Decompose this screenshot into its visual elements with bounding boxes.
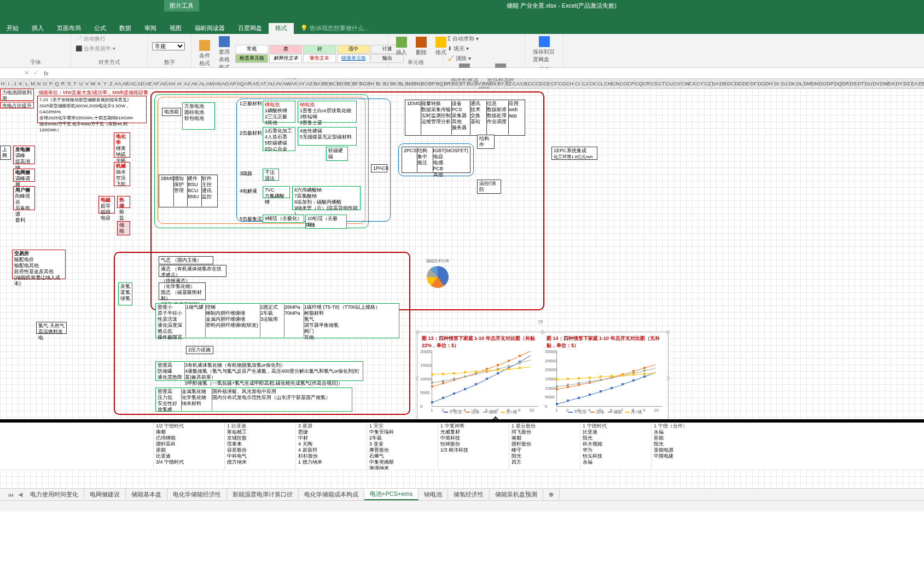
tab-format[interactable]: 格式 — [269, 23, 294, 34]
col-header[interactable]: AY — [298, 79, 306, 88]
col-header[interactable]: DL — [796, 79, 804, 88]
tab-layout[interactable]: 页面布局 — [50, 23, 88, 34]
col-header[interactable]: CH — [566, 79, 574, 88]
col-header[interactable]: V — [84, 79, 90, 88]
col-header[interactable]: AR — [245, 79, 252, 88]
col-header[interactable]: CN — [612, 79, 620, 88]
col-header[interactable]: DO — [819, 79, 827, 88]
tab-home[interactable]: 开始 — [0, 23, 25, 34]
col-header[interactable]: BR — [444, 79, 451, 88]
col-header[interactable]: AL — [199, 79, 206, 88]
tell-me-input[interactable]: 💡 告诉我您想要做什么... — [294, 23, 375, 34]
col-header[interactable]: AT — [260, 79, 268, 88]
col-header[interactable]: CD — [536, 79, 543, 88]
col-header[interactable]: BA — [313, 79, 321, 88]
tab-view[interactable]: 视图 — [163, 23, 188, 34]
col-header[interactable]: BG — [359, 79, 367, 88]
col-header[interactable]: H — [0, 79, 6, 88]
wrap-text-button[interactable]: 📄 自动换行 — [75, 35, 106, 43]
col-header[interactable]: AA — [114, 79, 122, 88]
tab-nav-prev-icon[interactable]: ◀ — [16, 491, 25, 498]
col-header[interactable]: EA — [911, 79, 919, 88]
sheet-tab[interactable]: 电化学储能经济性 — [167, 489, 227, 500]
cond-format-button[interactable]: 条件格式 — [196, 39, 213, 68]
col-header[interactable]: DI — [773, 79, 781, 88]
col-header[interactable]: DJ — [781, 79, 788, 88]
col-header[interactable]: AH — [168, 79, 176, 88]
col-header[interactable]: CZ — [704, 79, 712, 88]
col-header[interactable]: CC — [528, 79, 536, 88]
col-header[interactable]: AJ — [183, 79, 191, 88]
col-header[interactable]: CF — [551, 79, 559, 88]
col-header[interactable]: AE — [145, 79, 153, 88]
col-header[interactable]: CA — [513, 79, 520, 88]
style-bad[interactable]: 差 — [269, 45, 302, 54]
col-header[interactable]: M — [30, 79, 36, 88]
col-header[interactable]: EB — [919, 79, 924, 88]
col-header[interactable]: BS — [451, 79, 459, 88]
col-header[interactable]: AV — [275, 79, 283, 88]
sheet-tab[interactable]: 电化学储能成本构成 — [299, 489, 364, 500]
col-header[interactable]: BJ — [382, 79, 390, 88]
col-header[interactable]: CV — [673, 79, 681, 88]
col-header[interactable]: AQ — [237, 79, 245, 88]
col-header[interactable]: BO — [421, 79, 428, 88]
charts-group[interactable]: 图 13：四种情形下家庭 1-10 年总开支对比图（补贴 22%，单位：$） 0… — [417, 332, 669, 425]
worksheet[interactable]: 储能单位：MW是最大发/成功率，MWh是储能容量 力电池回收利用 光电占比提升 … — [0, 89, 924, 488]
col-header[interactable]: L — [24, 79, 30, 88]
merge-center-button[interactable]: ⬛ 合并后居中 ▾ — [75, 45, 115, 53]
sheet-tab[interactable]: 电力使用时间变化 — [25, 489, 84, 500]
sheet-tab[interactable]: 新能源度电弹计算口径 — [227, 489, 299, 500]
formula-input[interactable] — [52, 68, 924, 78]
col-header[interactable]: AF — [153, 79, 160, 88]
delete-button[interactable]: 删除 — [412, 36, 430, 57]
col-header[interactable]: Q — [54, 79, 60, 88]
col-header[interactable]: DF — [750, 79, 758, 88]
col-header[interactable]: AB — [122, 79, 130, 88]
sheet-tab[interactable]: 钠电池 — [419, 489, 448, 500]
col-header[interactable]: CT — [658, 79, 666, 88]
col-header[interactable]: BI — [375, 79, 382, 88]
col-header[interactable]: BD — [336, 79, 344, 88]
col-header[interactable]: BH — [367, 79, 375, 88]
col-header[interactable]: BV — [474, 79, 482, 88]
col-header[interactable]: CK — [589, 79, 597, 88]
sheet-tab[interactable]: 储能基本盘 — [126, 489, 167, 500]
col-header[interactable]: CS — [650, 79, 658, 88]
col-header[interactable]: DR — [842, 79, 850, 88]
new-sheet-button[interactable]: ⊕ — [543, 490, 560, 499]
col-header[interactable]: N — [36, 79, 42, 88]
col-header[interactable]: DA — [712, 79, 719, 88]
col-header[interactable]: AZ — [306, 79, 313, 88]
cancel-icon[interactable]: ✕ — [22, 70, 31, 77]
col-header[interactable]: I — [6, 79, 12, 88]
style-neutral[interactable]: 适中 — [337, 45, 370, 54]
col-header[interactable]: AK — [191, 79, 199, 88]
chart-13[interactable]: 图 13：四种情形下家庭 1-10 年总开支对比图（补贴 22%，单位：$） 0… — [419, 333, 542, 423]
col-header[interactable]: CU — [666, 79, 673, 88]
col-header[interactable]: DV — [873, 79, 880, 88]
col-header[interactable]: DU — [865, 79, 873, 88]
col-header[interactable]: DD — [735, 79, 742, 88]
table-format-button[interactable]: 套用表格格式 — [216, 35, 233, 72]
col-header[interactable]: BB — [321, 79, 329, 88]
col-header[interactable]: AP — [229, 79, 237, 88]
col-header[interactable]: DQ — [834, 79, 842, 88]
style-explain[interactable]: 解释性文本 — [269, 54, 302, 63]
col-header[interactable]: S — [66, 79, 72, 88]
col-header[interactable]: BE — [344, 79, 352, 88]
col-header[interactable]: BL — [398, 79, 405, 88]
col-header[interactable]: AD — [137, 79, 145, 88]
col-header[interactable]: BW — [482, 79, 490, 88]
rotate-handle-icon[interactable]: ⟳ — [538, 319, 543, 326]
col-header[interactable]: BT — [459, 79, 467, 88]
tab-formula[interactable]: 公式 — [88, 23, 113, 34]
style-warn[interactable]: 警告文本 — [303, 54, 336, 63]
col-header[interactable]: W — [90, 79, 96, 88]
col-header[interactable]: DC — [727, 79, 735, 88]
col-header[interactable]: CY — [696, 79, 704, 88]
col-header[interactable]: P — [48, 79, 54, 88]
baidu-save-button[interactable]: 保存到百度网盘 — [530, 35, 559, 65]
col-header[interactable]: DP — [827, 79, 834, 88]
col-header[interactable]: X — [96, 79, 102, 88]
